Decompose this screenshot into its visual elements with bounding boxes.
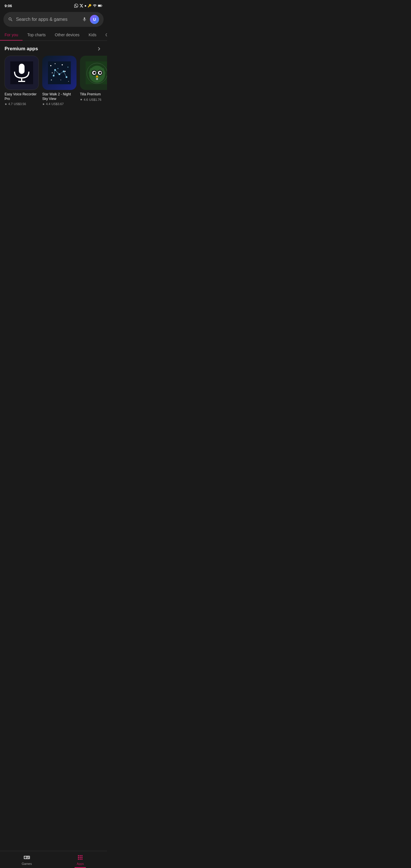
svg-point-20 bbox=[63, 70, 64, 72]
svg-point-35 bbox=[99, 72, 101, 74]
svg-point-10 bbox=[68, 67, 68, 68]
svg-point-22 bbox=[53, 75, 55, 76]
app-rating-tilla: 4.6 bbox=[84, 98, 88, 101]
svg-point-27 bbox=[89, 66, 105, 83]
svg-point-34 bbox=[93, 72, 96, 74]
apps-scroll: Easy Voice Recorder Pro ★ 4.7 US$3.56 bbox=[0, 56, 107, 110]
app-icon-voice-recorder bbox=[5, 56, 39, 90]
nav-item-apps[interactable]: Apps bbox=[54, 851, 107, 868]
svg-point-25 bbox=[68, 81, 69, 82]
app-price-star-walk: US$3.67 bbox=[51, 102, 64, 106]
svg-rect-38 bbox=[97, 78, 98, 80]
whatsapp-icon bbox=[74, 4, 78, 8]
tab-other-devices[interactable]: Other devices bbox=[50, 30, 84, 40]
svg-point-24 bbox=[51, 80, 52, 81]
svg-point-7 bbox=[50, 65, 51, 66]
star-icon-3: ★ bbox=[80, 98, 83, 101]
arrow-right-icon[interactable] bbox=[96, 45, 102, 52]
avatar[interactable]: U bbox=[90, 15, 99, 24]
search-icon bbox=[8, 17, 13, 22]
app-meta-voice-recorder: ★ 4.7 US$3.56 bbox=[5, 102, 26, 106]
app-name-voice-recorder: Easy Voice Recorder Pro bbox=[5, 92, 39, 101]
apps-icon bbox=[77, 854, 84, 861]
svg-point-13 bbox=[58, 68, 59, 69]
app-price-tilla: US$1.76 bbox=[89, 98, 101, 101]
svg-point-12 bbox=[64, 71, 66, 72]
search-bar[interactable]: Search for apps & games U bbox=[3, 12, 104, 27]
nav-label-games: Games bbox=[22, 862, 32, 865]
tab-for-you[interactable]: For you bbox=[0, 30, 23, 40]
app-meta-star-walk: ★ 4.4 US$3.67 bbox=[42, 102, 64, 106]
status-icons: ● 🔑 bbox=[74, 4, 102, 8]
star-icon-2: ★ bbox=[42, 102, 45, 106]
status-time: 9:06 bbox=[5, 4, 12, 8]
battery-icon bbox=[98, 4, 102, 7]
svg-point-8 bbox=[55, 63, 56, 64]
main-content: Premium apps Easy Voice Recorder Pro ★ bbox=[0, 41, 107, 130]
tabs-container: For you Top charts Other devices Kids Ca… bbox=[0, 27, 107, 41]
svg-point-19 bbox=[59, 73, 60, 75]
bottom-nav: Games Apps bbox=[0, 851, 107, 868]
status-bar: 9:06 ● 🔑 bbox=[0, 0, 107, 10]
svg-point-9 bbox=[62, 64, 63, 65]
app-icon-tilla bbox=[80, 56, 107, 90]
mic-icon[interactable] bbox=[82, 17, 87, 22]
svg-point-11 bbox=[52, 72, 53, 73]
twitter-icon bbox=[80, 4, 83, 8]
app-card-star-walk[interactable]: Star Walk 2 - Night Sky View ★ 4.4 US$3.… bbox=[42, 56, 76, 106]
app-rating-voice-recorder: 4.7 bbox=[8, 102, 12, 106]
svg-point-18 bbox=[54, 69, 56, 71]
vpn-icon: 🔑 bbox=[88, 4, 92, 8]
svg-point-23 bbox=[61, 80, 61, 80]
svg-rect-6 bbox=[48, 61, 71, 84]
app-card-voice-recorder[interactable]: Easy Voice Recorder Pro ★ 4.7 US$3.56 bbox=[5, 56, 39, 106]
section-title: Premium apps bbox=[5, 46, 38, 52]
app-name-tilla: Tilla Premium bbox=[80, 92, 101, 97]
nav-label-apps: Apps bbox=[77, 862, 84, 865]
app-price-voice-recorder: US$3.56 bbox=[14, 102, 26, 106]
app-meta-tilla: ★ 4.6 US$1.76 bbox=[80, 98, 101, 101]
nav-item-games[interactable]: Games bbox=[0, 851, 54, 868]
app-icon-star-walk bbox=[42, 56, 76, 90]
wifi-icon bbox=[93, 4, 97, 8]
tab-top-charts[interactable]: Top charts bbox=[23, 30, 50, 40]
tab-kids[interactable]: Kids bbox=[84, 30, 101, 40]
app-name-star-walk: Star Walk 2 - Night Sky View bbox=[42, 92, 76, 101]
svg-rect-3 bbox=[19, 64, 25, 74]
star-icon: ★ bbox=[5, 102, 7, 106]
svg-point-21 bbox=[66, 76, 67, 78]
signal-icon: ● bbox=[85, 4, 87, 8]
games-icon bbox=[23, 854, 30, 861]
premium-apps-header: Premium apps bbox=[0, 41, 107, 56]
app-rating-star-walk: 4.4 bbox=[46, 102, 50, 106]
tab-categories[interactable]: Categories bbox=[101, 30, 107, 40]
app-card-tilla[interactable]: Tilla Premium ★ 4.6 US$1.76 bbox=[80, 56, 107, 106]
search-input[interactable]: Search for apps & games bbox=[16, 17, 79, 22]
svg-rect-1 bbox=[98, 5, 101, 6]
